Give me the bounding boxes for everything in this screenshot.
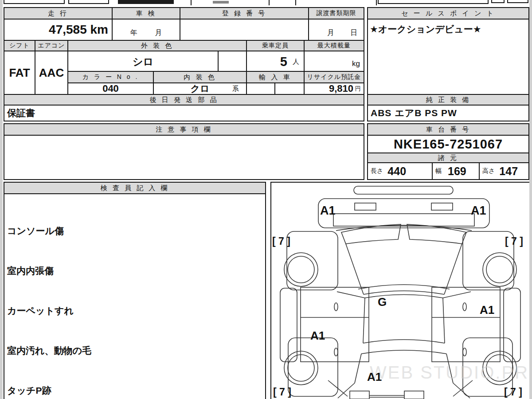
tire-grade-rear-left: [ 7 ] (273, 386, 291, 398)
headlight-right (407, 224, 466, 244)
spec-width-label: 幅 (435, 167, 442, 175)
transfer-day-label: 日 (350, 28, 357, 38)
genuine-equipment-value: ABS エアB PS PW (367, 105, 529, 121)
capacity-value: 5 人 (246, 51, 305, 73)
a-pillar-right (443, 292, 471, 298)
cropped-row-fragment (491, 0, 505, 3)
imported-car-value (274, 82, 305, 95)
interior-color-value: クロ 系 (153, 82, 247, 95)
rear-bumper-notch-left (350, 391, 369, 399)
tire-grade-rear-right: [ 7 ] (504, 386, 522, 398)
max-load-header: 最大積載量 (304, 40, 364, 51)
interior-color-suffix: 系 (232, 85, 239, 93)
inspection-value: 年 月 (112, 19, 180, 41)
hood-side-right (444, 244, 462, 294)
inspector-note-item: 室内汚れ、動物の毛 (7, 344, 265, 357)
cropped-row-fragment (4, 0, 65, 4)
recycle-deposit-unit: 円 (355, 85, 361, 93)
cropped-row-fragment (191, 0, 270, 5)
rear-wheel-left (284, 351, 318, 385)
front-wheel-left-rim (288, 256, 314, 283)
recycle-deposit-number: 9,810 (329, 83, 353, 94)
inspection-month-label: 月 (155, 28, 162, 38)
later-parts-value: 保証書 (4, 105, 364, 121)
side-sill-left (280, 288, 297, 362)
recycle-deposit-header: リサイクル預託金 (304, 71, 364, 83)
rear-fender-left (288, 338, 338, 396)
spec-length-label: 長さ (371, 167, 383, 175)
shift-header: シフト (4, 40, 35, 51)
hood-cowl-line (358, 285, 450, 289)
page-margin-left (0, 0, 3, 399)
door-handle-rear-right (463, 348, 466, 356)
capacity-header: 乗車定員 (246, 40, 305, 51)
imported-car-subcell (246, 82, 275, 95)
tire-grade-front-right: [ 7 ] (505, 235, 523, 247)
imported-car-header: 輸 入 車 (246, 71, 305, 83)
front-bumper-detail-right (431, 203, 453, 210)
color-no-header: カ ラ ー N o . (67, 71, 154, 83)
mileage-header: 走 行 (4, 7, 113, 20)
aircon-value: AAC (35, 51, 68, 95)
rear-bumper-notch-right (404, 391, 424, 399)
registration-number-value (180, 19, 309, 41)
damage-label-trunk: A1 (367, 370, 382, 383)
cropped-row-fragment (507, 0, 528, 3)
spec-width-cell: 幅 169 (432, 162, 480, 180)
damage-label-left-door: A1 (310, 329, 325, 342)
sales-point-value: ★オークションデビュー★ (367, 19, 529, 95)
sales-point-header: セ ー ル ス ポ イ ン ト (367, 7, 529, 20)
car-damage-diagram: WEB STUDIO.PRO A1 A1 [ 7 ] [ 7 ] G A1 A1… (270, 182, 530, 399)
exterior-color-value: シロ (67, 51, 219, 73)
rear-wheel-left-rim (288, 355, 314, 381)
windshield-base (365, 295, 443, 298)
a-pillar-left (337, 292, 365, 298)
notes-value (4, 135, 364, 180)
later-parts-header: 後 日 発 送 部 品 (4, 94, 364, 106)
front-grille (333, 214, 474, 226)
cropped-row-fragment (378, 0, 489, 4)
inspector-note-item: カーペットすれ (7, 304, 265, 317)
roof-side-right (443, 298, 445, 343)
chassis-number-header: 車 台 番 号 (367, 123, 529, 136)
door-handle-front-left (334, 303, 338, 311)
aircon-header: エアコン (35, 40, 68, 51)
notes-header: 注 意 事 項 欄 (4, 123, 364, 136)
tire-grade-front-left: [ 7 ] (272, 235, 290, 247)
cropped-row-fragment (68, 0, 109, 4)
spec-length-value: 440 (387, 165, 406, 178)
spec-height-cell: 高さ 147 (479, 162, 529, 180)
rear-glass-top (363, 340, 445, 343)
front-bumper (318, 199, 489, 228)
front-bumper-detail-left (355, 203, 376, 210)
registration-number-header: 登 録 番 号 (180, 7, 309, 20)
max-load-value: kg (304, 51, 364, 73)
rear-bumper-bar (369, 395, 404, 397)
inspector-notes-header: 検 査 員 記 入 欄 (4, 182, 266, 194)
damage-label-right-door: A1 (480, 303, 494, 317)
spec-height-label: 高さ (482, 167, 495, 175)
front-edge-strip (354, 186, 453, 194)
front-wheel-right-rim (486, 256, 513, 283)
mileage-value: 47,585 km (4, 19, 113, 41)
rear-glass-base (361, 350, 446, 354)
transfer-deadline-value: 月 日 (308, 19, 364, 41)
door-handle-front-right (463, 303, 466, 311)
cropped-row-fragment (295, 0, 377, 5)
spec-height-value: 147 (499, 165, 518, 178)
headlight-left (341, 224, 401, 244)
specs-header: 諸 元 (367, 153, 529, 163)
inspector-notes-body: コンソール傷 室内内張傷 カーペットすれ 室内汚れ、動物の毛 タッチP跡 バンパ… (4, 193, 266, 399)
car-diagram-svg: WEB STUDIO.PRO A1 A1 [ 7 ] [ 7 ] G A1 A1… (271, 183, 529, 399)
inspector-note-item: 室内内張傷 (7, 264, 265, 278)
max-load-unit: kg (352, 59, 360, 68)
front-wheel-left (284, 253, 318, 286)
genuine-equipment-header: 純 正 装 備 (367, 94, 529, 106)
glass-label: G (378, 295, 387, 309)
roof-side-left (363, 298, 365, 343)
side-sill-right (504, 288, 520, 362)
damage-label-front-bumper-right: A1 (471, 204, 486, 217)
capacity-number: 5 (280, 55, 287, 69)
inspector-notes-list: コンソール傷 室内内張傷 カーペットすれ 室内汚れ、動物の毛 タッチP跡 バンパ… (4, 194, 265, 399)
trunk-side-left (355, 354, 361, 383)
